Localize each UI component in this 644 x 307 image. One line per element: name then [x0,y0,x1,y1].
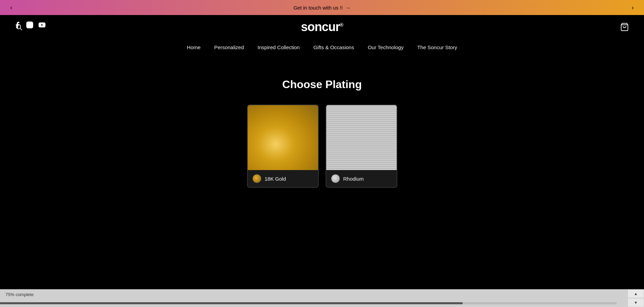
facebook-link[interactable] [14,21,21,29]
announcement-text: Get in touch with us !! → [293,5,351,11]
gold-plating-label: 18K Gold [248,170,318,187]
announcement-next-button[interactable]: › [628,2,637,13]
cart-icon [620,23,629,31]
facebook-icon [14,21,21,29]
svg-point-3 [28,24,31,26]
section-title: Choose Plating [282,78,362,91]
rhodium-dot-icon [331,174,340,183]
gold-plating-image [248,105,318,170]
gold-plating-name: 18K Gold [265,176,286,182]
youtube-link[interactable] [38,21,46,29]
header-right [619,21,630,33]
nav-item-gifts-occasions[interactable]: Gifts & Occasions [313,43,354,52]
progress-bar-fill [0,302,463,304]
nav-item-inspired-collection[interactable]: Inspired Collection [258,43,300,52]
nav-item-our-technology[interactable]: Our Technology [368,43,403,52]
plating-card-rhodium[interactable]: Rhodium [326,104,397,188]
progress-bar-track [0,302,617,304]
announcement-message: Get in touch with us !! [293,5,343,11]
announcement-arrow-icon: → [345,5,351,11]
nav-item-soncur-story[interactable]: The Soncur Story [417,43,457,52]
progress-area: 75% complete ▲ ▼ [0,289,644,307]
main-content: Choose Plating 18K Gold Rhodium [0,58,644,215]
nav-item-personalized[interactable]: Personalized [214,43,244,52]
announcement-prev-button[interactable]: ‹ [7,2,16,13]
logo-trademark: ® [340,22,343,28]
logo-text: soncur [301,20,340,34]
rhodium-plating-name: Rhodium [343,176,364,182]
announcement-bar: ‹ Get in touch with us !! → › [0,0,644,15]
header: soncur® [0,15,644,39]
chevron-down-icon: ▼ [634,301,638,305]
social-icons [14,21,46,29]
instagram-link[interactable] [26,21,33,29]
gold-dot-icon [252,174,261,183]
nav-item-home[interactable]: Home [187,43,201,52]
plating-cards-container: 18K Gold Rhodium [247,104,397,188]
svg-point-4 [31,23,31,23]
cart-button[interactable] [619,21,630,33]
progress-nav-buttons: ▲ ▼ [628,289,644,307]
progress-up-button[interactable]: ▲ [628,289,644,298]
chevron-right-icon: › [632,4,634,11]
chevron-left-icon: ‹ [10,4,12,11]
site-logo[interactable]: soncur® [301,20,343,34]
progress-label: 75% complete [5,292,33,297]
plating-card-gold[interactable]: 18K Gold [247,104,319,188]
progress-down-button[interactable]: ▼ [628,298,644,307]
chevron-up-icon: ▲ [634,292,638,296]
instagram-icon [26,21,33,29]
rhodium-plating-image [326,105,397,170]
main-nav: Home Personalized Inspired Collection Gi… [0,39,644,58]
youtube-icon [38,21,46,29]
rhodium-plating-label: Rhodium [326,170,397,187]
